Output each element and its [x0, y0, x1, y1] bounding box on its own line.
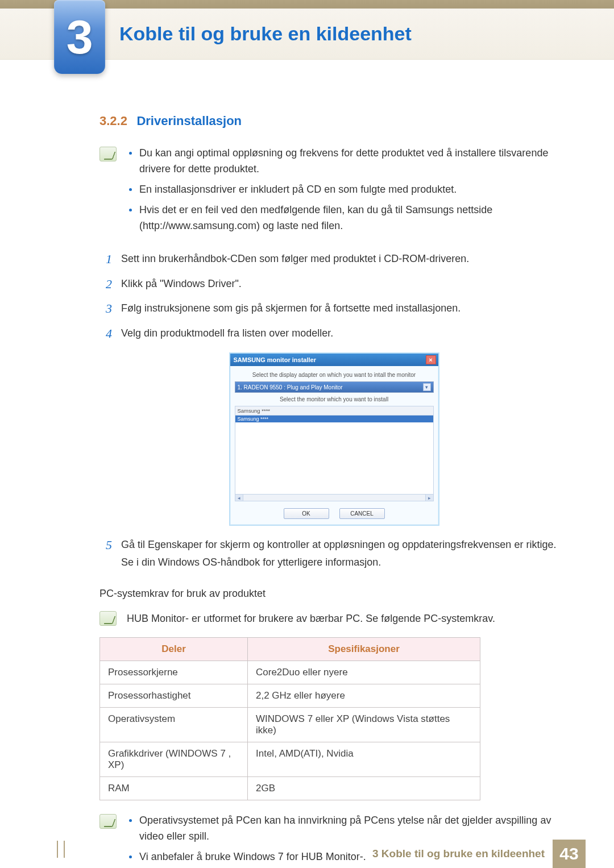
- step-text: Følg instruksjonene som gis på skjermen …: [121, 298, 569, 319]
- footer-ornament: [57, 841, 65, 858]
- cell: Prosessorkjerne: [100, 661, 248, 684]
- chapter-number: 3: [67, 10, 93, 65]
- step-item: 2Klikk på "Windows Driver".: [99, 273, 569, 294]
- monitor-listbox[interactable]: Samsung ****: [235, 415, 434, 495]
- cell: Grafikkdriver (WINDOWS 7 , XP): [100, 742, 248, 777]
- cell: 2GB: [248, 777, 480, 800]
- monitor-list-header: Samsung ****: [235, 406, 434, 415]
- footer-text: 3 Koble til og bruke en kildeenhet: [372, 848, 553, 860]
- page: 3 Koble til og bruke en kildeenhet 3.2.2…: [0, 0, 614, 868]
- dialog-title: SAMSUNG monitor installer: [234, 356, 316, 363]
- spec-table: Deler Spesifikasjoner ProsessorkjerneCor…: [99, 637, 480, 800]
- ok-button[interactable]: OK: [284, 508, 329, 519]
- cell: Operativsystem: [100, 708, 248, 742]
- dialog-body: Select the display adapter on which you …: [230, 366, 438, 525]
- note-icon: [99, 611, 117, 626]
- cell: Prosessorhastighet: [100, 684, 248, 708]
- adapter-select-value: 1. RADEON 9550 : Plug and Play Monitor: [238, 384, 343, 391]
- adapter-select[interactable]: 1. RADEON 9550 : Plug and Play Monitor ▾: [235, 381, 434, 393]
- step-text: Gå til Egenskaper for skjerm og kontroll…: [121, 534, 569, 571]
- note-list-1: Du kan angi optimal oppløsning og frekve…: [127, 146, 569, 238]
- dialog-titlebar: SAMSUNG monitor installer ×: [230, 354, 438, 366]
- note-text: HUB Monitor- er utformet for brukere av …: [127, 610, 495, 627]
- dialog-buttons: OK CANCEL: [235, 508, 434, 519]
- chevron-down-icon[interactable]: ▾: [423, 383, 431, 391]
- cell: Core2Duo eller nyere: [248, 661, 480, 684]
- note-icon: [99, 814, 117, 829]
- sys-requirements-title: PC-systemkrav for bruk av produktet: [99, 588, 569, 600]
- step-number: 1: [99, 248, 112, 269]
- section-heading: 3.2.2 Driverinstallasjon: [99, 114, 569, 128]
- cell: WINDOWS 7 eller XP (Windows Vista støtte…: [248, 708, 480, 742]
- table-row: Grafikkdriver (WINDOWS 7 , XP)Intel, AMD…: [100, 742, 480, 777]
- cell: 2,2 GHz eller høyere: [248, 684, 480, 708]
- table-header-row: Deler Spesifikasjoner: [100, 638, 480, 661]
- step-text: Klikk på "Windows Driver".: [121, 273, 569, 294]
- note-block-2: HUB Monitor- er utformet for brukere av …: [99, 610, 569, 627]
- dialog-label-2: Select the monitor which you want to ins…: [235, 396, 434, 402]
- horizontal-scrollbar[interactable]: ◂ ▸: [235, 495, 434, 501]
- installer-screenshot: SAMSUNG monitor installer × Select the d…: [99, 352, 569, 526]
- section-number: 3.2.2: [99, 114, 127, 128]
- installer-dialog: SAMSUNG monitor installer × Select the d…: [229, 352, 439, 526]
- section-title: Driverinstallasjon: [136, 114, 242, 128]
- step-number: 2: [99, 273, 112, 294]
- table-row: Prosessorhastighet2,2 GHz eller høyere: [100, 684, 480, 708]
- close-icon[interactable]: ×: [426, 355, 436, 364]
- step-item: 3Følg instruksjonene som gis på skjermen…: [99, 298, 569, 319]
- footer: 3 Koble til og bruke en kildeenhet 43: [0, 840, 614, 868]
- note-block-1: Du kan angi optimal oppløsning og frekve…: [99, 146, 569, 238]
- step-number: 4: [99, 323, 112, 344]
- cancel-button[interactable]: CANCEL: [339, 508, 385, 519]
- steps-list: 1Sett inn brukerhåndbok-CDen som følger …: [99, 248, 569, 344]
- cell: RAM: [100, 777, 248, 800]
- note-item: Hvis det er en feil ved den medfølgende …: [127, 202, 569, 234]
- steps-list-cont: 5Gå til Egenskaper for skjerm og kontrol…: [99, 534, 569, 571]
- col-deler: Deler: [100, 638, 248, 661]
- dialog-label-1: Select the display adapter on which you …: [235, 372, 434, 378]
- step-text: Velg din produktmodell fra listen over m…: [121, 323, 569, 344]
- step-number: 3: [99, 298, 112, 319]
- step-item: 5Gå til Egenskaper for skjerm og kontrol…: [99, 534, 569, 571]
- note-icon: [99, 147, 117, 161]
- note-item: Du kan angi optimal oppløsning og frekve…: [127, 146, 569, 177]
- table-row: RAM2GB: [100, 777, 480, 800]
- table-row: ProsessorkjerneCore2Duo eller nyere: [100, 661, 480, 684]
- table-row: OperativsystemWINDOWS 7 eller XP (Window…: [100, 708, 480, 742]
- step-item: 1Sett inn brukerhåndbok-CDen som følger …: [99, 248, 569, 269]
- scroll-track[interactable]: [243, 495, 425, 501]
- step-text: Sett inn brukerhåndbok-CDen som følger m…: [121, 248, 569, 269]
- note-item: En installasjonsdriver er inkludert på C…: [127, 182, 569, 198]
- step-number: 5: [99, 534, 112, 571]
- chapter-title: Koble til og bruke en kildeenhet: [119, 23, 412, 45]
- scroll-left-icon[interactable]: ◂: [235, 495, 243, 501]
- step-item: 4Velg din produktmodell fra listen over …: [99, 323, 569, 344]
- content: 3.2.2 Driverinstallasjon Du kan angi opt…: [99, 108, 569, 868]
- col-spesifikasjoner: Spesifikasjoner: [248, 638, 480, 661]
- list-item[interactable]: Samsung ****: [235, 416, 433, 423]
- scroll-right-icon[interactable]: ▸: [425, 495, 433, 501]
- page-number: 43: [553, 840, 586, 868]
- chapter-badge: 3: [54, 0, 105, 74]
- cell: Intel, AMD(ATI), Nvidia: [248, 742, 480, 777]
